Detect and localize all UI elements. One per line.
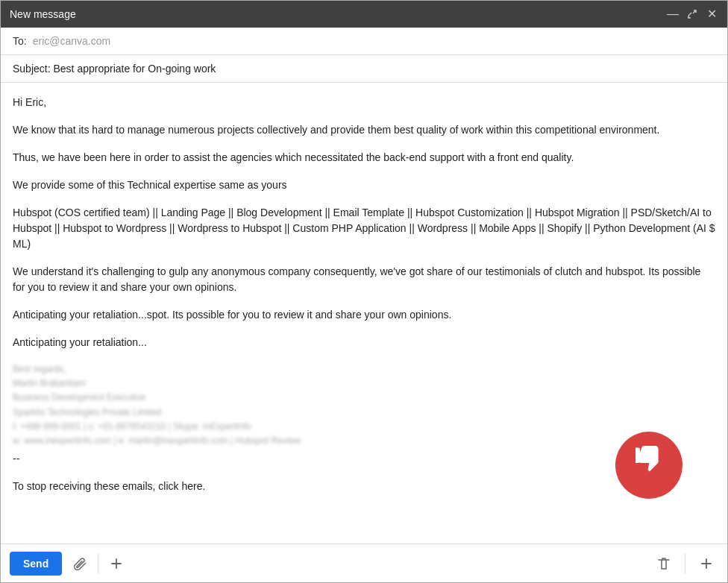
window-title: New message: [10, 8, 76, 20]
attach-button[interactable]: [68, 552, 92, 576]
to-row: To:: [1, 28, 727, 55]
blurred-line1: Best regards,: [13, 362, 715, 376]
blurred-signature: Best regards, Martin Brabantiam Business…: [13, 362, 715, 448]
close-button[interactable]: ✕: [705, 7, 718, 21]
footer-bar: Send: [1, 543, 727, 582]
minimize-button[interactable]: —: [666, 7, 680, 21]
more-options-button[interactable]: [694, 552, 718, 576]
divider-2: [685, 553, 685, 574]
delete-button[interactable]: [652, 552, 676, 576]
to-label: To:: [13, 35, 27, 47]
email-body[interactable]: Hi Eric, We know that its hard to manage…: [1, 83, 727, 543]
title-bar-left: New message: [10, 8, 76, 20]
blurred-line2: Martin Brabantiam: [13, 376, 715, 391]
para6: Anticipating your retaliation...spot. It…: [13, 307, 715, 323]
thumbs-down-icon: [633, 443, 665, 488]
para2: Thus, we have been here in order to assi…: [13, 150, 715, 166]
thumbs-down-badge: [615, 432, 682, 499]
send-button[interactable]: Send: [10, 552, 62, 576]
to-input[interactable]: [33, 35, 715, 47]
subject-row: Subject: Best appropriate for On-going w…: [1, 55, 727, 83]
separator: --: [13, 451, 715, 467]
para5: We understand it's challenging to gulp a…: [13, 264, 715, 295]
divider-1: [98, 553, 98, 574]
blurred-line4: Sparklio Technologies Private Limited: [13, 406, 715, 420]
para3: We provide some of this Technical expert…: [13, 177, 715, 193]
email-compose-window: New message — ✕ To: Subject: Best approp…: [0, 0, 728, 583]
title-bar: New message — ✕: [1, 1, 727, 28]
subject-text: Subject: Best appropriate for On-going w…: [13, 63, 216, 75]
footer-right: [652, 552, 718, 576]
para7: Anticipating your retaliation...: [13, 335, 715, 350]
blurred-line5: t: +488-999-0001 | c: +91-9876543210 | S…: [13, 420, 715, 434]
unsubscribe: To stop receiving these emails, click he…: [13, 479, 715, 494]
expand-button[interactable]: [685, 7, 699, 21]
title-controls: — ✕: [666, 7, 718, 21]
para4: Hubspot (COS certified team) || Landing …: [13, 205, 715, 252]
greeting: Hi Eric,: [13, 95, 715, 110]
blurred-line6: w: www.inexpertinfo.com | e: martin@inex…: [13, 434, 715, 448]
para1: We know that its hard to manage numerous…: [13, 122, 715, 138]
add-button[interactable]: [104, 552, 128, 576]
blurred-line3: Business Development Executive: [13, 391, 715, 405]
